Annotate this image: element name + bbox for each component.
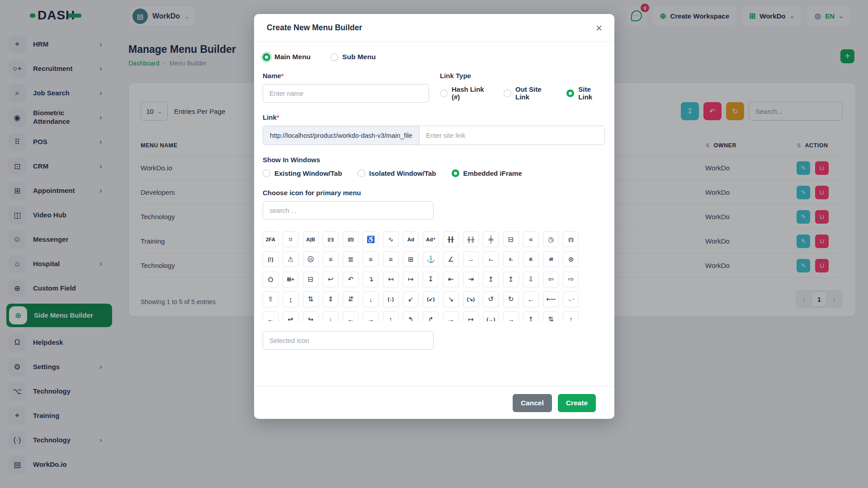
icon-option-arrow-narrow-right[interactable]: → <box>363 311 378 321</box>
icon-option-arrow-ramp-left[interactable]: ↰ <box>403 311 419 321</box>
icon-option-arrow-right-tail[interactable]: → <box>503 311 519 321</box>
icon-option-antenna-bars-2[interactable]: ı... <box>483 251 499 267</box>
icon-option-arrow-bar-to-right[interactable]: ⇥ <box>463 272 479 287</box>
icon-option-apple[interactable]: Ȯ <box>263 272 278 287</box>
icon-option-arrow-bar-right[interactable]: ↦ <box>403 272 419 287</box>
icon-option-arrow-down-right-circle[interactable]: (↘) <box>463 291 479 307</box>
name-input[interactable] <box>263 84 429 103</box>
icon-option-adjustments[interactable]: ╂╂ <box>443 231 459 247</box>
icon-option-arrow-bottom-circle[interactable]: ⇅ <box>303 291 319 307</box>
icon-option-alert-octagon[interactable]: [!] <box>263 251 278 267</box>
icon-option-arrow-up[interactable]: ↑ <box>563 311 579 321</box>
icon-option-arrow-left-bar[interactable]: ⟵ <box>543 291 559 307</box>
radio-existing-window-tab[interactable]: Existing Window/Tab <box>263 169 342 177</box>
icon-option-arrow-narrow-down[interactable]: ↓ <box>323 311 339 321</box>
icon-option-arrow-big-right[interactable]: ⇨ <box>563 272 579 287</box>
icon-option-arrow-big-up[interactable]: ⇧ <box>263 291 278 307</box>
icon-option-access-point-off[interactable]: ((/)) <box>343 231 359 247</box>
icon-option-arrow-down-left-circle[interactable]: (↙) <box>423 291 439 307</box>
icon-search-input[interactable] <box>263 201 434 220</box>
radio-label: Hash Link (#) <box>452 85 492 101</box>
icon-option-arrow-right-bar[interactable]: ↦ <box>463 311 479 321</box>
site-link-input[interactable] <box>420 126 604 145</box>
create-button[interactable]: Create <box>558 394 596 412</box>
icon-option-arrow-big-down[interactable]: ⇩ <box>523 272 539 287</box>
icon-option-arrow-bar-to-down[interactable]: ↧ <box>423 272 439 287</box>
icon-option-adjustments-horizontal[interactable]: ╪ <box>483 231 499 247</box>
icon-option-arrow-back-up[interactable]: ↶ <box>343 272 359 287</box>
cancel-button[interactable]: Cancel <box>513 394 552 412</box>
radio-main-menu[interactable]: Main Menu <box>263 53 311 61</box>
selected-icon-input[interactable] <box>263 331 434 350</box>
icon-option-anchor[interactable]: ⚓ <box>423 251 439 267</box>
icon-option-affiliate[interactable]: ∝ <box>523 231 539 247</box>
icon-option-antenna-bars-5[interactable]: ılll <box>543 251 559 267</box>
icon-option-arrow-down-right[interactable]: ↘ <box>443 291 459 307</box>
icon-option-alert-circle[interactable]: (!) <box>563 231 579 247</box>
icon-option-arrow-narrow-up[interactable]: ↑ <box>383 311 399 321</box>
icon-option-access-point[interactable]: ((·)) <box>323 231 339 247</box>
radio-out-site-link[interactable]: Out Site Link <box>504 85 555 101</box>
icon-option-arrow-left-circle[interactable]: ←· <box>563 291 579 307</box>
icon-option-3d-cube-sphere[interactable]: ⌗ <box>283 231 298 247</box>
icon-option-accessible[interactable]: ♿ <box>363 231 378 247</box>
icon-option-alert-triangle[interactable]: ⚠ <box>283 251 298 267</box>
icon-option-align-left[interactable]: ≡ <box>363 251 378 267</box>
icon-option-antenna-bars-4[interactable]: ıll. <box>523 251 539 267</box>
icon-option-2fa[interactable]: 2FA <box>263 231 278 247</box>
icon-option-arrow-narrow-left[interactable]: ← <box>343 311 359 321</box>
icon-option-align-justified[interactable]: ≣ <box>343 251 359 267</box>
icon-option-arrow-down-left[interactable]: ↙ <box>403 291 419 307</box>
icon-option-arrow-top-bar[interactable]: ↥ <box>523 311 539 321</box>
icon-option-arrow-bottom-square[interactable]: ⇕ <box>323 291 339 307</box>
icon-option-arrow-forward-up[interactable]: ↻ <box>503 291 519 307</box>
icon-option-arrow-bottom-bar[interactable]: ↨ <box>283 291 298 307</box>
icon-option-activity[interactable]: ∿ <box>383 231 399 247</box>
icon-option-arrow-left[interactable]: ← <box>523 291 539 307</box>
radio-embedded-iframe[interactable]: Embedded iFrame <box>452 169 522 177</box>
icon-option-arrow-bar-to-up[interactable]: ↥ <box>483 272 499 287</box>
icon-option-arrow-bar-left[interactable]: ↤ <box>383 272 399 287</box>
radio-isolated-window-tab[interactable]: Isolated Window/Tab <box>358 169 436 177</box>
icon-option-arrow-loop-left[interactable]: ↫ <box>283 311 298 321</box>
icon-option-arrow-down-circle[interactable]: (↓) <box>383 291 399 307</box>
icon-option-alien[interactable]: ☹ <box>303 251 319 267</box>
icon-option-antenna-bars-1[interactable]: .... <box>463 251 479 267</box>
icon-option-arrow-bar-up[interactable]: ↥ <box>503 272 519 287</box>
icon-option-arrow-right-circle[interactable]: (→) <box>483 311 499 321</box>
icon-option-align-right[interactable]: ≡ <box>383 251 399 267</box>
icon-option-arrow-bottom-tail[interactable]: ⇵ <box>343 291 359 307</box>
icon-option-arrow-top-circle[interactable]: ⇅ <box>543 311 559 321</box>
icon-option-arrow-bar-to-left[interactable]: ⇤ <box>443 272 459 287</box>
icon-option-aperture[interactable]: ⊛ <box>563 251 579 267</box>
icon-option-ad[interactable]: Ad <box>403 231 419 247</box>
radio-site-link[interactable]: Site Link <box>566 85 605 101</box>
icon-option-aerial-lift[interactable]: ⊟ <box>503 231 519 247</box>
icon-option-arrow-big-left[interactable]: ⇦ <box>543 272 559 287</box>
icon-option-antenna-bars-3[interactable]: ıl.. <box>503 251 519 267</box>
icon-option-arrow-left-tail[interactable]: ← <box>263 311 278 321</box>
icon-option-align-center[interactable]: ≡ <box>323 251 339 267</box>
icon-option-ad-2[interactable]: Ad⁺ <box>423 231 439 247</box>
icon-option-archive[interactable]: ⊟ <box>303 272 319 287</box>
icon-option-apps[interactable]: ⊞+ <box>283 272 298 287</box>
icon-option-arrow-bar-down[interactable]: ↴ <box>363 272 378 287</box>
icon-option-alarm[interactable]: ◷ <box>543 231 559 247</box>
radio-hash-link[interactable]: Hash Link (#) <box>440 85 492 101</box>
icon-option-arrow-loop-right[interactable]: ↬ <box>303 311 319 321</box>
icon-option-arrow-right[interactable]: → <box>443 311 459 321</box>
radio-label: Main Menu <box>274 53 311 61</box>
icon-option-angle[interactable]: ∠ <box>443 251 459 267</box>
icon-option-arrow-down[interactable]: ↓ <box>363 291 378 307</box>
icon-option-ambulance[interactable]: ⊞ <box>403 251 419 267</box>
radio-unselected-icon <box>263 169 270 177</box>
link-type-radios: Hash Link (#)Out Site LinkSite Link <box>440 85 605 101</box>
icon-option-arrow-ramp-right[interactable]: ↱ <box>423 311 439 321</box>
icon-option-adjustments-alt[interactable]: ╫╫ <box>463 231 479 247</box>
icon-option-a-b[interactable]: A|B <box>303 231 319 247</box>
radio-sub-menu[interactable]: Sub Menu <box>330 53 376 61</box>
close-icon[interactable]: ✕ <box>595 23 603 33</box>
icon-option-arrow-back[interactable]: ↩ <box>323 272 339 287</box>
icon-option-arrow-forward[interactable]: ↺ <box>483 291 499 307</box>
menu-level-radios: Main MenuSub Menu <box>263 53 605 61</box>
